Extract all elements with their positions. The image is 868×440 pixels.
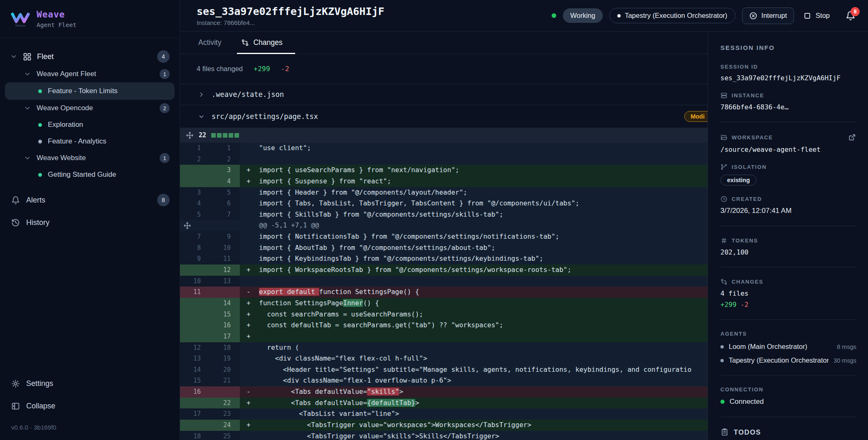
agent-dot-icon xyxy=(720,359,724,362)
diff-row: 17+ xyxy=(180,331,708,342)
diff-stat-block xyxy=(229,133,233,138)
tab-changes[interactable]: Changes xyxy=(239,32,284,54)
stop-square-icon xyxy=(803,12,811,20)
hash-icon xyxy=(720,237,727,244)
sidebar-item-exploration[interactable]: Exploration xyxy=(0,116,180,133)
diff-row: 1825 <TabsTrigger value="skills">Skills<… xyxy=(180,431,708,440)
sidebar-item-label: Weave Opencode xyxy=(37,104,93,112)
sidebar-item-label: Alerts xyxy=(26,196,45,205)
diff-row: 1723 <TabsList variant="line"> xyxy=(180,408,708,420)
sidebar-item-label: Feature - Analytics xyxy=(48,137,106,146)
diff-stat-block xyxy=(211,133,216,138)
sidebar-item-label: Settings xyxy=(26,379,53,388)
sidebar-item-weave-opencode[interactable]: Weave Opencode 2 xyxy=(0,100,180,116)
external-link-icon[interactable] xyxy=(848,133,856,141)
diff-row: 14+function SettingsPageInner() { xyxy=(180,298,708,309)
agents-label: AGENTS xyxy=(720,331,856,337)
gear-icon xyxy=(11,379,20,388)
diff-row: 57import { SkillsTab } from "@/component… xyxy=(180,209,708,220)
session-id-label: SESSION ID xyxy=(720,64,856,70)
file-name: .weave/state.json xyxy=(212,90,284,99)
group-count-badge: 1 xyxy=(160,153,170,163)
stop-button[interactable]: Stop xyxy=(801,8,832,24)
diff-row: 1218 return ( xyxy=(180,342,708,353)
grid-icon xyxy=(23,52,32,61)
fleet-count-badge: 4 xyxy=(157,50,170,63)
instance-label: INSTANCE xyxy=(720,92,856,99)
agent-row-tapestry[interactable]: Tapestry (Execution Orchestrator) 30 msg… xyxy=(720,356,856,364)
interrupt-button[interactable]: Interrupt xyxy=(742,7,794,24)
sidebar-item-fleet[interactable]: Fleet 4 xyxy=(0,47,180,66)
group-count-badge: 2 xyxy=(160,103,170,113)
app-logo-block: Weave Weave Agent Fleet xyxy=(0,0,180,38)
tab-activity[interactable]: Activity xyxy=(197,32,223,54)
diff-change-count: 22 xyxy=(199,131,206,139)
sidebar-item-alerts[interactable]: Alerts 8 xyxy=(0,189,180,211)
agent-row-loom[interactable]: Loom (Main Orchestrator) 8 msgs xyxy=(720,343,856,351)
file-row-settings-page[interactable]: src/app/settings/page.tsx Modi xyxy=(180,105,708,128)
diff-row: 911import { KeybindingsTab } from "@/com… xyxy=(180,253,708,264)
file-name: src/app/settings/page.tsx xyxy=(212,112,318,121)
agent-name: Tapestry (Execution Orchestrator) xyxy=(729,356,829,364)
diff-row: 4+import { Suspense } from "react"; xyxy=(180,176,708,187)
status-dot-green xyxy=(38,123,42,127)
status-dot-green xyxy=(38,89,42,93)
diff-stat-blocks xyxy=(211,133,239,138)
active-agent-pill[interactable]: Tapestry (Execution Orchestrator) xyxy=(609,8,735,23)
app-window: Weave Weave Agent Fleet Fleet 4 Weave Ag… xyxy=(0,0,868,440)
chevron-down-icon xyxy=(24,104,31,112)
sidebar-item-weave-agent-fleet[interactable]: Weave Agent Fleet 1 xyxy=(0,66,180,82)
sidebar-item-label: Feature - Token Limits xyxy=(48,87,118,95)
fork-icon xyxy=(720,163,727,171)
sidebar-item-label: Weave Agent Fleet xyxy=(37,70,96,78)
diff-row: 12+import { WorkspaceRootsTab } from "@/… xyxy=(180,264,708,276)
diff-row: 22+ <Tabs defaultValue={defaultTab}> xyxy=(180,398,708,409)
agent-dot-icon xyxy=(617,14,621,17)
session-info-panel: SESSION INFO SESSION ID ses_33a97e02fffe… xyxy=(708,32,868,440)
working-status-dot xyxy=(552,13,556,18)
diff-row: 46import { Tabs, TabsList, TabsTrigger, … xyxy=(180,198,708,209)
diff-row: 1521 <div className="flex-1 overflow-aut… xyxy=(180,375,708,386)
sidebar-item-feature-analytics[interactable]: Feature - Analytics xyxy=(0,133,180,150)
sidebar-footer: Settings Collapse v0.6.0 · 3b169f0 xyxy=(0,372,180,440)
sidebar-item-settings[interactable]: Settings xyxy=(0,372,180,395)
session-header: ses_33a97e02fffejLjzKZVgA6HIjF Instance:… xyxy=(180,0,868,32)
circle-x-icon xyxy=(749,12,757,20)
diff-row: 22 xyxy=(180,154,708,165)
workspace-label: WORKSPACE xyxy=(720,134,773,141)
status-dot-green xyxy=(38,173,42,177)
created-label: CREATED xyxy=(720,195,856,203)
diff-row: 24+ <TabsTrigger value="workspaces">Work… xyxy=(180,420,708,431)
sidebar-item-getting-started-guide[interactable]: Getting Started Guide xyxy=(0,166,180,183)
move-handle-icon[interactable] xyxy=(183,222,191,230)
session-instance: Instance: 7866bfe4... xyxy=(197,19,385,26)
session-title: ses_33a97e02fffejLjzKZVgA6HIjF xyxy=(197,5,385,17)
diff-row: 16- <Tabs defaultValue="skills"> xyxy=(180,386,708,398)
diff-hunk-row: @@ -5,1 +7,1 @@ xyxy=(180,220,708,231)
sidebar-item-collapse[interactable]: Collapse xyxy=(0,395,180,417)
file-row-state-json[interactable]: .weave/state.json xyxy=(180,84,708,105)
move-handle-icon[interactable] xyxy=(186,131,194,139)
git-compare-icon xyxy=(720,278,727,285)
isolation-label: ISOLATION xyxy=(720,163,856,171)
notifications-bell[interactable]: 8 xyxy=(846,11,856,21)
sidebar-item-feature-token-limits[interactable]: Feature - Token Limits xyxy=(5,82,175,100)
sidebar-item-weave-website[interactable]: Weave Website 1 xyxy=(0,150,180,166)
bell-icon xyxy=(11,196,20,205)
diff-row: 1319 <div className="flex flex-col h-ful… xyxy=(180,353,708,364)
chevron-down-icon xyxy=(24,154,31,162)
diff-body: 11"use client";223+import { useSearchPar… xyxy=(180,143,708,440)
weave-logo-icon: Weave xyxy=(11,11,30,27)
diff-row: 1420 <Header title="Settings" subtitle="… xyxy=(180,364,708,376)
agent-dot-icon xyxy=(720,345,724,349)
changes-label: CHANGES xyxy=(720,278,856,285)
sidebar-item-history[interactable]: History xyxy=(0,211,180,234)
app-version: v0.6.0 · 3b169f0 xyxy=(0,417,180,434)
tokens-label: TOKENS xyxy=(720,237,856,244)
created-value: 3/7/2026, 12:07:41 AM xyxy=(720,207,856,215)
sidebar-item-label: Collapse xyxy=(26,402,55,410)
diff-row: 1013 xyxy=(180,276,708,287)
sidebar-nav: Fleet 4 Weave Agent Fleet 1 Feature - To… xyxy=(0,38,180,372)
changes-files-value: 4 files xyxy=(720,289,856,297)
connection-status-row: Connected xyxy=(720,398,856,406)
